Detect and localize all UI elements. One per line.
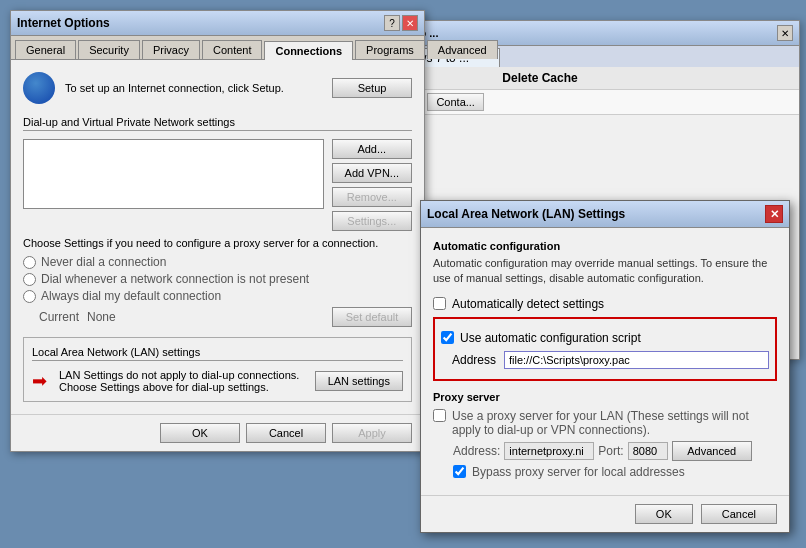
proxy-section-title: Proxy server xyxy=(433,391,777,403)
radio-always-input[interactable] xyxy=(23,290,36,303)
bypass-label: Bypass proxy server for local addresses xyxy=(472,465,685,479)
setup-section: To set up an Internet connection, click … xyxy=(23,72,412,104)
tab-security[interactable]: Security xyxy=(78,40,140,59)
setup-text: To set up an Internet connection, click … xyxy=(65,82,322,94)
proxy-addr-input[interactable] xyxy=(504,442,594,460)
globe-icon xyxy=(23,72,55,104)
radio-always[interactable]: Always dial my default connection xyxy=(23,289,412,303)
proxy-port-input[interactable] xyxy=(628,442,668,460)
radio-never-input[interactable] xyxy=(23,256,36,269)
address-label: Address xyxy=(441,353,496,367)
proxy-addr-label: Address: xyxy=(453,444,500,458)
proxy-section: Proxy server Use a proxy server for your… xyxy=(433,391,777,479)
auto-detect-checkbox[interactable] xyxy=(433,297,446,310)
use-script-checkbox[interactable] xyxy=(441,331,454,344)
close-btn[interactable]: ✕ xyxy=(402,15,418,31)
vpn-list[interactable] xyxy=(23,139,324,209)
title-controls[interactable]: ? ✕ xyxy=(384,15,418,31)
lan-ok-btn[interactable]: OK xyxy=(635,504,693,524)
lan-settings-btn[interactable]: LAN settings xyxy=(315,371,403,391)
lan-settings-dialog: Local Area Network (LAN) Settings ✕ Auto… xyxy=(420,200,790,533)
auto-config-title: Automatic configuration xyxy=(433,240,777,252)
address-input[interactable] xyxy=(504,351,769,369)
lan-dialog-title: Local Area Network (LAN) Settings xyxy=(427,207,625,221)
proxy-text: Choose Settings if you need to configure… xyxy=(23,237,412,249)
settings-button[interactable]: Settings... xyxy=(332,211,412,231)
auto-detect-label: Automatically detect settings xyxy=(452,297,604,311)
radio-whenever[interactable]: Dial whenever a network connection is no… xyxy=(23,272,412,286)
lan-section: Local Area Network (LAN) settings ➡ LAN … xyxy=(23,337,412,402)
vpn-area: Add... Add VPN... Remove... Settings... xyxy=(23,139,412,231)
ie-content: To set up an Internet connection, click … xyxy=(11,60,424,414)
radio-never[interactable]: Never dial a connection xyxy=(23,255,412,269)
lan-close-btn[interactable]: ✕ xyxy=(765,205,783,223)
ie-options-window: Internet Options ? ✕ General Security Pr… xyxy=(10,10,425,452)
add-vpn-button[interactable]: Add VPN... xyxy=(332,163,412,183)
tab-privacy[interactable]: Privacy xyxy=(142,40,200,59)
proxy-checkbox[interactable] xyxy=(433,409,446,422)
apply-btn[interactable]: Apply xyxy=(332,423,412,443)
lan-dialog-body: Automatic configuration Automatic config… xyxy=(421,228,789,495)
tab-programs[interactable]: Programs xyxy=(355,40,425,59)
address-row: Address xyxy=(441,351,769,369)
proxy-port-label: Port: xyxy=(598,444,623,458)
auto-detect-row: Automatically detect settings xyxy=(433,297,777,311)
script-highlight-box: Use automatic configuration script Addre… xyxy=(433,317,777,381)
current-row: Current None Set default xyxy=(39,307,412,327)
proxy-check-row: Use a proxy server for your LAN (These s… xyxy=(433,409,777,437)
set-default-btn[interactable]: Set default xyxy=(332,307,412,327)
lan-cancel-btn[interactable]: Cancel xyxy=(701,504,777,524)
add-button[interactable]: Add... xyxy=(332,139,412,159)
cancel-btn[interactable]: Cancel xyxy=(246,423,326,443)
lan-section-label: Local Area Network (LAN) settings xyxy=(32,346,403,361)
ok-btn[interactable]: OK xyxy=(160,423,240,443)
lan-row: ➡ LAN Settings do not apply to dial-up c… xyxy=(32,369,403,393)
bypass-row: Bypass proxy server for local addresses xyxy=(453,465,777,479)
ie-footer: OK Cancel Apply xyxy=(11,414,424,451)
remove-button[interactable]: Remove... xyxy=(332,187,412,207)
browser-close-btn[interactable]: ✕ xyxy=(777,25,793,41)
dialup-section-label: Dial-up and Virtual Private Network sett… xyxy=(23,116,412,131)
vpn-buttons: Add... Add VPN... Remove... Settings... xyxy=(332,139,412,231)
bypass-checkbox[interactable] xyxy=(453,465,466,478)
proxy-check-label: Use a proxy server for your LAN (These s… xyxy=(452,409,777,437)
proxy-addr-row: Address: Port: Advanced xyxy=(453,441,777,461)
contact-nav[interactable]: Conta... xyxy=(427,93,484,111)
current-label: Current xyxy=(39,310,79,324)
lan-dialog-footer: OK Cancel xyxy=(421,495,789,532)
lan-desc-text: LAN Settings do not apply to dial-up con… xyxy=(59,369,307,393)
radio-whenever-input[interactable] xyxy=(23,273,36,286)
use-script-row: Use automatic configuration script xyxy=(441,331,769,345)
arrow-icon: ➡ xyxy=(32,370,47,392)
browser-controls[interactable]: ✕ xyxy=(777,25,793,41)
tab-advanced[interactable]: Advanced xyxy=(427,40,498,59)
auto-config-desc: Automatic configuration may override man… xyxy=(433,256,777,287)
ie-options-titlebar: Internet Options ? ✕ xyxy=(11,11,424,36)
ie-options-title: Internet Options xyxy=(17,16,110,30)
current-value: None xyxy=(87,310,116,324)
use-script-label: Use automatic configuration script xyxy=(460,331,641,345)
tab-general[interactable]: General xyxy=(15,40,76,59)
dial-radio-group: Never dial a connection Dial whenever a … xyxy=(23,255,412,303)
lan-dialog-titlebar: Local Area Network (LAN) Settings ✕ xyxy=(421,201,789,228)
tab-content[interactable]: Content xyxy=(202,40,263,59)
vpn-list-area xyxy=(23,139,324,231)
advanced-btn[interactable]: Advanced xyxy=(672,441,752,461)
tab-connections[interactable]: Connections xyxy=(264,41,353,60)
setup-button[interactable]: Setup xyxy=(332,78,412,98)
tabs-row: General Security Privacy Content Connect… xyxy=(11,36,424,60)
help-btn[interactable]: ? xyxy=(384,15,400,31)
